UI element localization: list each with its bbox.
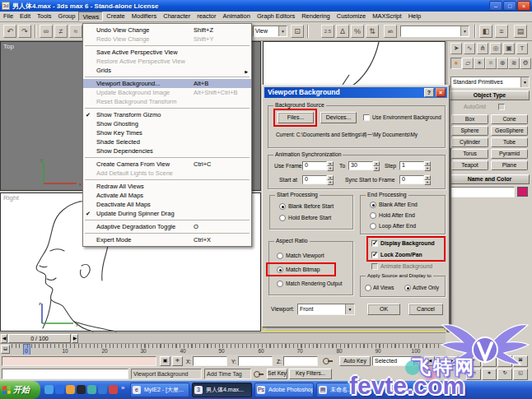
angle-snap-icon[interactable]: ∆	[336, 25, 349, 38]
menu-item-deactivate-all-maps[interactable]: Deactivate All Maps	[83, 200, 251, 209]
teapot-button[interactable]: Teapot	[451, 160, 488, 170]
box-button[interactable]: Box	[451, 114, 488, 124]
sphere-button[interactable]: Sphere	[451, 126, 488, 136]
start-button[interactable]: 开始	[0, 381, 40, 399]
taskbar-task-3dsmax[interactable]: 3 男人体4.max...	[192, 383, 252, 397]
menu-item-restore-active-perspective-view[interactable]: Restore Active Perspective View	[83, 57, 251, 66]
cancel-button[interactable]: Cancel	[408, 304, 443, 315]
hierarchy-tab-icon[interactable]: ⋔	[477, 43, 488, 54]
menu-modifiers[interactable]: Modifiers	[128, 12, 160, 21]
taskbar-task-myie2[interactable]: e MyIE2 - [大星...	[130, 383, 189, 397]
add-time-tag[interactable]: Add Time Tag	[204, 369, 251, 379]
open-mini-curve-editor-icon[interactable]: ⊟	[1, 345, 10, 354]
close-icon[interactable]: ×	[436, 88, 446, 97]
plane-button[interactable]: Plane	[491, 160, 528, 170]
geometry-category-icon[interactable]: ●	[450, 58, 462, 69]
hold-after-end-radio[interactable]	[370, 212, 376, 219]
go-to-start-icon[interactable]: |◀	[424, 356, 435, 366]
auto-key-button[interactable]: Auto Key	[339, 356, 371, 366]
menu-item-adaptive-degradation-toggle[interactable]: Adaptive Degradation ToggleO	[83, 222, 251, 231]
quick-launch-icon-6[interactable]	[98, 385, 107, 394]
pyramid-button[interactable]: Pyramid	[491, 149, 528, 159]
window-crossing-icon[interactable]: ⊡	[291, 25, 304, 38]
menu-reactor[interactable]: reactor	[194, 12, 219, 21]
spacewarps-category-icon[interactable]: ≋	[508, 58, 520, 69]
chevron-down-icon[interactable]: ▼	[460, 26, 469, 36]
to-field[interactable]: 30	[348, 161, 373, 170]
chevron-down-icon[interactable]: ▼	[278, 26, 287, 36]
redo-icon[interactable]: ↷	[18, 25, 31, 38]
menu-item-update-during-spinner-drag[interactable]: Update During Spinner Drag	[83, 209, 251, 218]
key-filters-button[interactable]: Key Filters...	[289, 369, 332, 379]
object-type-rollout[interactable]: Object Type	[450, 90, 530, 100]
menu-item-shade-selected[interactable]: Shade Selected	[83, 137, 251, 146]
time-slider-handle[interactable]: 0 / 100	[8, 334, 71, 343]
utilities-tab-icon[interactable]: T	[516, 43, 528, 54]
match-viewport-radio[interactable]	[277, 253, 283, 259]
cone-button[interactable]: Cone	[491, 114, 528, 124]
minimize-icon[interactable]: –	[489, 1, 502, 11]
primitives-dropdown[interactable]: Standard Primitives ▼	[450, 77, 530, 88]
menu-group[interactable]: Group	[55, 12, 79, 21]
undo-icon[interactable]: ↶	[3, 25, 16, 38]
named-selection-dropdown[interactable]: ▼	[400, 26, 469, 37]
step-spinner[interactable]: ▲▼	[424, 161, 431, 170]
blank-before-start-radio[interactable]	[279, 203, 286, 210]
menu-item-show-dependencies[interactable]: Show Dependencies	[83, 146, 251, 155]
name-color-rollout[interactable]: Name and Color	[450, 174, 530, 184]
hold-before-start-radio[interactable]	[279, 215, 286, 221]
chevron-down-icon[interactable]: ▼	[520, 77, 529, 87]
selected-filter-dropdown[interactable]: Selected ▼	[372, 356, 422, 366]
menu-file[interactable]: File	[0, 12, 16, 21]
start-at-field[interactable]: 0	[302, 175, 327, 184]
viewport-dropdown[interactable]: Front ▼	[297, 304, 355, 315]
menu-item-activate-all-maps[interactable]: Activate All Maps	[83, 191, 251, 200]
menu-item-redraw-all-views[interactable]: Redraw All Views	[83, 182, 251, 191]
quick-launch-icon-7[interactable]	[109, 385, 118, 394]
menu-animation[interactable]: Animation	[220, 12, 254, 21]
maxscript-mini-listener-white[interactable]	[2, 369, 128, 379]
menu-item-viewport-background[interactable]: Viewport Background...Alt+B	[83, 79, 251, 88]
play-icon[interactable]: ▶	[436, 356, 446, 366]
display-background-checkbox[interactable]	[371, 240, 378, 247]
help-icon[interactable]: ?	[424, 88, 434, 97]
modify-tab-icon[interactable]: ∿	[464, 43, 475, 54]
set-key-icon[interactable]	[254, 371, 264, 377]
quick-launch-icon-5[interactable]	[87, 385, 96, 394]
y-coordinate-field[interactable]	[238, 356, 273, 366]
dialog-title-bar[interactable]: Viewport Background ? ×	[264, 87, 447, 98]
selection-lock-icon[interactable]: ▣	[160, 356, 170, 366]
curve-editor-icon[interactable]: ▤	[514, 25, 527, 38]
unlink-icon[interactable]: ≠	[54, 25, 68, 38]
all-views-radio[interactable]	[365, 285, 371, 291]
menu-tools[interactable]: Tools	[34, 12, 55, 21]
sync-start-field[interactable]: 0	[399, 175, 424, 184]
menu-maxscript[interactable]: MAXScript	[369, 12, 404, 21]
autogrid-checkbox[interactable]	[498, 104, 505, 110]
arc-rotate-icon[interactable]: ↻	[497, 369, 512, 380]
menu-graph-editors[interactable]: Graph Editors	[254, 12, 298, 21]
menu-customize[interactable]: Customize	[334, 12, 369, 21]
files-button[interactable]: Files...	[278, 112, 314, 123]
torus-button[interactable]: Torus	[451, 149, 488, 159]
bind-spacewarp-icon[interactable]: ≈	[69, 25, 82, 38]
zoom-extents-all-icon[interactable]: ⊠	[513, 355, 528, 367]
zoom-region-icon[interactable]: ▭	[466, 369, 481, 380]
quick-launch-icon-2[interactable]	[55, 385, 64, 394]
menu-item-reset-background-transform[interactable]: Reset Background Transform	[83, 97, 251, 106]
menu-item-show-transform-gizmo[interactable]: Show Transform Gizmo	[83, 110, 251, 119]
menu-item-show-ghosting[interactable]: Show Ghosting	[83, 119, 251, 128]
chevron-down-icon[interactable]: ▼	[413, 357, 421, 365]
quick-launch-icon-3[interactable]	[66, 385, 75, 394]
menu-views[interactable]: Views	[78, 12, 103, 21]
maxscript-mini-listener-pink[interactable]	[2, 356, 156, 366]
devices-button[interactable]: Devices...	[320, 112, 357, 123]
lock-zoom-pan-checkbox[interactable]	[371, 252, 378, 258]
sync-start-spinner[interactable]: ▲▼	[424, 175, 431, 184]
motion-tab-icon[interactable]: ◎	[490, 43, 502, 54]
zoom-icon[interactable]: +	[466, 355, 481, 367]
selection-filter-dropdown[interactable]: View ▼	[253, 26, 287, 37]
object-name-field[interactable]	[450, 187, 515, 197]
align-icon[interactable]: ≡	[495, 25, 508, 38]
set-key-button[interactable]: Set Key	[267, 369, 287, 379]
